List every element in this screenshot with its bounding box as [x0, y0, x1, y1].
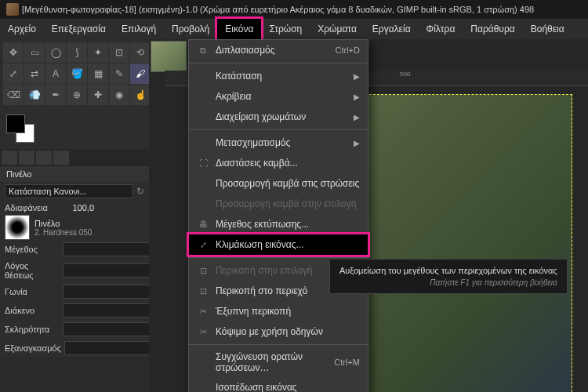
dock-tab-2[interactable]	[19, 151, 34, 165]
slider-label: Σκληρότητα	[5, 325, 60, 334]
menu-item-label: Διαχείριση χρωμάτων	[216, 111, 347, 122]
menu-item-shortcut: Ctrl+D	[336, 45, 360, 55]
menu-item-icon	[197, 356, 209, 368]
tool-airbrush-icon[interactable]: 💨	[24, 85, 45, 105]
menu-item-shortcut: Ctrl+M	[334, 358, 360, 367]
tool-bucket-icon[interactable]: 🪣	[67, 64, 87, 84]
menu-item[interactable]: Ακρίβεια▶	[189, 86, 368, 107]
menu-εργαλεία[interactable]: Εργαλεία	[365, 19, 419, 39]
menu-παράθυρα[interactable]: Παράθυρα	[463, 19, 522, 39]
menu-item-icon	[197, 136, 209, 149]
brush-name: Πινέλο	[34, 219, 144, 228]
mode-select[interactable]	[5, 184, 133, 198]
tool-crop-icon[interactable]: ⊡	[109, 42, 129, 63]
tool-paintbrush-icon[interactable]: 🖌	[130, 64, 151, 84]
tool-eraser-icon[interactable]: ⌫	[3, 85, 24, 105]
submenu-arrow-icon: ▶	[354, 113, 360, 122]
menu-φίλτρα[interactable]: Φίλτρα	[419, 19, 463, 39]
menu-item[interactable]: ⤢Κλιμάκωση εικόνας...	[189, 234, 368, 255]
dock-tabs	[0, 149, 149, 166]
tool-grid: ✥ ▭ ◯ ⟆ ✦ ⊡ ⟲ ⤢ ⇄ A 🪣 ▦ ✎ 🖌 ⌫ 💨 ✒ ⊕ ✚ ◉ …	[0, 39, 149, 108]
slider-label: Γωνία	[5, 287, 60, 296]
menu-item[interactable]: ⛶Διαστάσεις καμβά...	[189, 153, 368, 173]
image-menu-dropdown: ⧉ΔιπλασιασμόςCtrl+DΚατάσταση▶Ακρίβεια▶Δι…	[188, 39, 368, 392]
menu-item[interactable]: Διαχείριση χρωμάτων▶	[189, 107, 368, 127]
tool-move-icon[interactable]: ✥	[3, 42, 24, 63]
menu-item-label: Μέγεθος εκτύπωσης...	[216, 219, 360, 230]
menu-στρώση[interactable]: Στρώση	[261, 19, 310, 39]
menu-item-label: Ισοπέδωση εικόνας	[216, 382, 360, 392]
tool-fuzzy-select-icon[interactable]: ✦	[88, 42, 108, 63]
menu-item-label: Μετασχηματισμός	[216, 137, 347, 148]
menubar: ΑρχείοΕπεξεργασίαΕπιλογήΠροβολήΕικόναΣτρ…	[0, 19, 588, 40]
menu-item-label: Κόψιμο με χρήση οδηγών	[216, 326, 360, 337]
tool-rect-select-icon[interactable]: ▭	[24, 42, 45, 63]
opacity-value: 100,0	[63, 203, 94, 212]
menu-item[interactable]: Προσαρμογή καμβά στις στρώσεις	[189, 173, 368, 194]
menu-item-label: Διπλασιασμός	[216, 45, 329, 56]
menu-προβολή[interactable]: Προβολή	[164, 19, 217, 39]
tool-ellipse-select-icon[interactable]: ◯	[45, 42, 66, 63]
tool-flip-icon[interactable]: ⇄	[24, 64, 45, 84]
brush-preview[interactable]	[5, 215, 30, 240]
toolbox-panel: ✥ ▭ ◯ ⟆ ✦ ⊡ ⟲ ⤢ ⇄ A 🪣 ▦ ✎ 🖌 ⌫ 💨 ✒ ⊕ ✚ ◉ …	[0, 39, 149, 358]
opacity-label: Αδιαφάνεια	[5, 203, 60, 212]
menu-item-label: Προσαρμογή καμβά στις στρώσεις	[216, 178, 360, 189]
tool-lasso-icon[interactable]: ⟆	[67, 42, 87, 63]
slider-label: Εξαναγκασμός	[5, 343, 61, 353]
dock-tab-3[interactable]	[36, 151, 52, 165]
menu-item-icon: ✂	[197, 305, 209, 318]
menu-item[interactable]: Κατάσταση▶	[189, 66, 368, 86]
title-text: [Μεγέθυνση-φωτογραφίας-18] (εισηγμένη)-1…	[22, 5, 534, 14]
menu-item-label: Συγχώνευση ορατών στρώσεων…	[216, 351, 328, 373]
tool-smudge-icon[interactable]: ☝	[130, 85, 151, 105]
tool-clone-icon[interactable]: ⊕	[67, 85, 87, 105]
reset-icon[interactable]: ↻	[136, 186, 144, 197]
app-icon	[6, 3, 19, 16]
menu-item-icon	[197, 70, 209, 82]
menu-item-icon	[197, 381, 209, 392]
menu-item[interactable]: 🖶Μέγεθος εκτύπωσης...	[189, 214, 368, 234]
submenu-arrow-icon: ▶	[354, 72, 360, 81]
tool-heal-icon[interactable]: ✚	[88, 85, 108, 105]
slider-label: Διάκενο	[5, 306, 60, 315]
menu-item[interactable]: ✂Κόψιμο με χρήση οδηγών	[189, 321, 368, 342]
tool-rotate-icon[interactable]: ⟲	[130, 42, 151, 63]
menu-αρχείο[interactable]: Αρχείο	[0, 19, 44, 39]
menu-item[interactable]: ✂Έξυπνη περικοπή	[189, 301, 368, 321]
tooltip-help: Πατήστε F1 για περισσότερη βοήθεια	[339, 278, 557, 287]
menu-χρώματα[interactable]: Χρώματα	[310, 19, 365, 39]
menu-item[interactable]: ⧉ΔιπλασιασμόςCtrl+D	[189, 40, 368, 60]
menu-item-icon: ⊡	[197, 264, 209, 277]
menu-item[interactable]: Μετασχηματισμός▶	[189, 132, 368, 153]
color-swatches[interactable]	[6, 114, 143, 143]
tool-ink-icon[interactable]: ✒	[45, 85, 66, 105]
slider-label: Μέγεθος	[5, 245, 60, 254]
menu-εικόνα[interactable]: Εικόνα	[217, 19, 261, 39]
menu-item-icon	[197, 198, 209, 210]
tool-text-icon[interactable]: A	[45, 64, 66, 84]
menu-item-icon: 🖶	[197, 218, 209, 230]
menu-item-label: Ακρίβεια	[216, 91, 347, 102]
foreground-color[interactable]	[6, 114, 25, 133]
dock-tab-4[interactable]	[53, 151, 69, 165]
tool-scale-icon[interactable]: ⤢	[3, 64, 24, 84]
tool-pencil-icon[interactable]: ✎	[109, 64, 129, 84]
tool-gradient-icon[interactable]: ▦	[88, 64, 108, 84]
dock-tab-1[interactable]	[2, 151, 17, 165]
menu-επεξεργασία[interactable]: Επεξεργασία	[44, 19, 114, 39]
image-thumbnail[interactable]	[151, 41, 187, 72]
titlebar: [Μεγέθυνση-φωτογραφίας-18] (εισηγμένη)-1…	[0, 0, 588, 19]
menu-item-icon	[197, 177, 209, 190]
tool-blur-icon[interactable]: ◉	[109, 85, 129, 105]
menu-item[interactable]: Συγχώνευση ορατών στρώσεων…Ctrl+M	[189, 347, 368, 377]
menu-item-label: Έξυπνη περικοπή	[216, 306, 360, 317]
menu-επιλογή[interactable]: Επιλογή	[114, 19, 164, 39]
submenu-arrow-icon: ▶	[354, 139, 360, 147]
menu-item[interactable]: Ισοπέδωση εικόνας	[189, 377, 368, 392]
tooltip: Αυξομείωση του μεγέθους των περιεχομένων…	[329, 259, 568, 294]
menu-item-label: Κλιμάκωση εικόνας...	[216, 239, 360, 250]
menu-βοήθεια[interactable]: Βοήθεια	[523, 19, 572, 39]
menu-item-icon: ✂	[197, 325, 209, 338]
submenu-arrow-icon: ▶	[354, 93, 360, 101]
